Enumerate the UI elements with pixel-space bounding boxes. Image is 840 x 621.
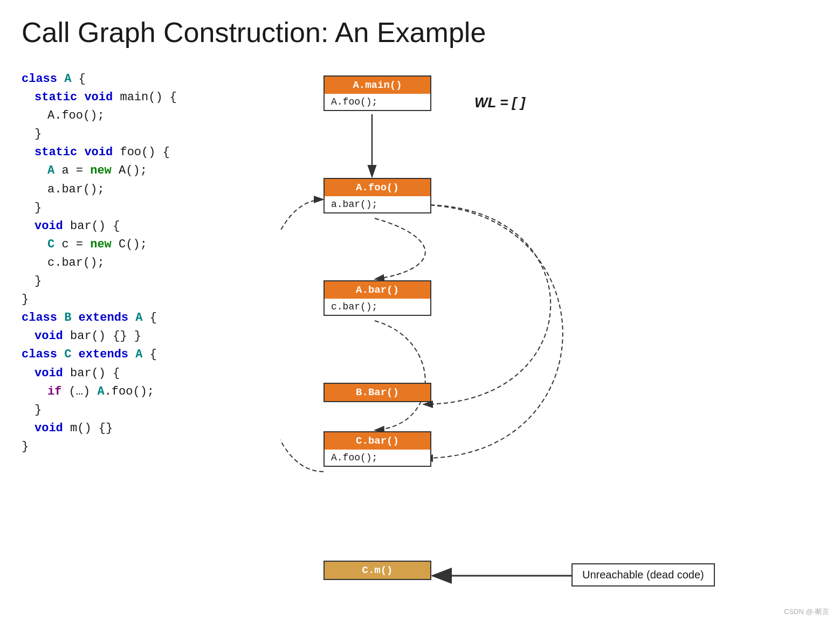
code-token: C — [64, 348, 71, 361]
code-token: void — [35, 329, 63, 343]
code-token: main() { — [113, 91, 177, 104]
code-token: { — [71, 72, 85, 86]
code-token: void — [35, 422, 63, 435]
code-panel: class A {static void main() {A.foo();}st… — [22, 65, 280, 621]
code-token: bar() { — [63, 219, 120, 233]
code-line: A.foo(); — [47, 107, 280, 125]
code-token: class — [22, 348, 64, 361]
code-token: (…) — [61, 385, 97, 398]
code-token: } — [35, 403, 42, 417]
code-token: .foo(); — [105, 385, 154, 398]
code-token: { — [142, 311, 156, 325]
code-token: foo() { — [113, 146, 170, 159]
watermark: CSDN @-断言 — [784, 607, 829, 617]
node-c-bar-header: C.bar() — [325, 432, 430, 450]
code-line: void m() {} — [35, 419, 280, 438]
code-token: A — [135, 311, 142, 325]
code-line: } — [35, 401, 280, 419]
code-token: } — [35, 274, 42, 288]
node-a-bar-body: c.bar(); — [325, 299, 430, 315]
code-token: A(); — [119, 164, 147, 177]
code-token: class — [22, 72, 64, 86]
code-line: static void main() { — [35, 88, 280, 107]
code-token: extends — [71, 348, 135, 361]
code-token: } — [35, 127, 42, 141]
code-token: A — [97, 385, 104, 398]
code-line: } — [35, 272, 280, 291]
node-a-main: A.main() A.foo(); — [323, 75, 431, 111]
unreachable-label: Unreachable (dead code) — [572, 563, 715, 586]
code-token: A — [135, 348, 142, 361]
code-token: } — [22, 440, 29, 453]
node-c-bar: C.bar() A.foo(); — [323, 431, 431, 467]
code-token: C(); — [119, 238, 147, 251]
code-line: a.bar(); — [47, 181, 280, 199]
code-token: A — [47, 164, 54, 177]
node-b-bar: B.Bar() — [323, 383, 431, 402]
code-token: } — [35, 201, 42, 215]
code-line: class C extends A { — [22, 346, 280, 364]
node-a-foo-header: A.foo() — [325, 179, 430, 196]
code-token: c = — [54, 238, 90, 251]
code-token: m() {} — [63, 422, 113, 435]
code-line: if (…) A.foo(); — [47, 383, 280, 401]
code-line: class A { — [22, 70, 280, 88]
code-token: extends — [71, 311, 135, 325]
node-c-m-header: C.m() — [325, 562, 430, 579]
code-token: void — [84, 91, 113, 104]
code-line: static void foo() { — [35, 143, 280, 162]
code-token: B — [64, 311, 71, 325]
node-c-m: C.m() — [323, 561, 431, 580]
code-token: c.bar(); — [47, 256, 105, 270]
page-title: Call Graph Construction: An Example — [0, 0, 840, 59]
code-line: } — [35, 125, 280, 143]
node-a-bar: A.bar() c.bar(); — [323, 280, 431, 316]
node-c-bar-body: A.foo(); — [325, 450, 430, 466]
node-a-foo-body: a.bar(); — [325, 196, 430, 212]
node-a-bar-header: A.bar() — [325, 281, 430, 299]
arrows-svg — [280, 65, 818, 621]
code-token: { — [142, 348, 156, 361]
code-token: bar() {} } — [63, 329, 141, 343]
node-a-main-header: A.main() — [325, 77, 430, 94]
code-token: if — [47, 385, 61, 398]
code-token: void — [35, 219, 63, 233]
code-line: void bar() { — [35, 217, 280, 236]
code-line: C c = new C(); — [47, 236, 280, 254]
code-line: c.bar(); — [47, 254, 280, 272]
code-token: a.bar(); — [47, 183, 105, 196]
code-line: void bar() {} } — [35, 327, 280, 346]
node-a-foo: A.foo() a.bar(); — [323, 178, 431, 213]
code-token: void — [35, 367, 63, 380]
code-token: new — [90, 238, 119, 251]
code-token: a = — [54, 164, 90, 177]
code-line: void bar() { — [35, 364, 280, 383]
code-line: } — [22, 291, 280, 309]
graph-panel: A.main() A.foo(); WL = [ ] A.foo() a.bar… — [280, 65, 818, 621]
code-token: A — [64, 72, 71, 86]
code-token: A.foo(); — [47, 109, 105, 122]
code-line: A a = new A(); — [47, 162, 280, 180]
code-token: new — [90, 164, 119, 177]
code-line: class B extends A { — [22, 309, 280, 327]
wl-label: WL = [ ] — [474, 94, 525, 111]
code-line: } — [35, 199, 280, 217]
code-token: class — [22, 311, 64, 325]
code-line: } — [22, 438, 280, 456]
code-token: bar() { — [63, 367, 120, 380]
node-b-bar-header: B.Bar() — [325, 384, 430, 401]
node-a-main-body: A.foo(); — [325, 94, 430, 110]
code-token: } — [22, 293, 29, 306]
code-token: static — [35, 146, 84, 159]
code-token: C — [47, 238, 54, 251]
code-token: static — [35, 91, 84, 104]
code-token: void — [84, 146, 113, 159]
